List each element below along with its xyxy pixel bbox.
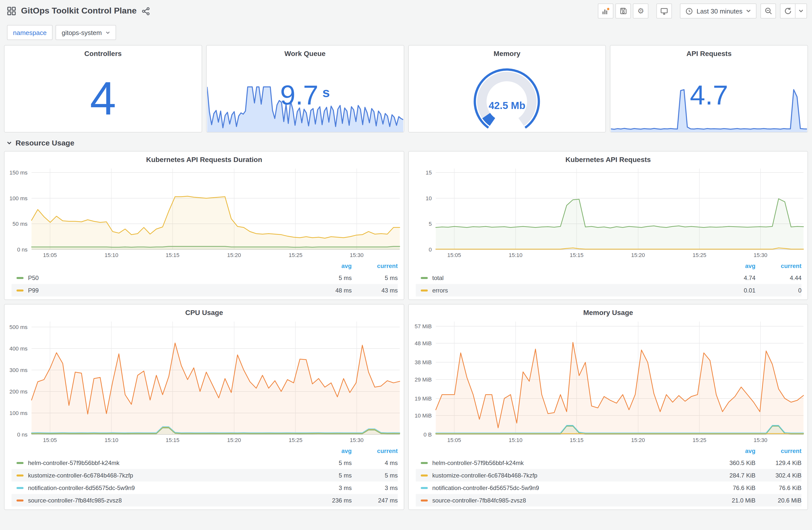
series-label[interactable]: kustomize-controller-6c6784b468-7kzfp	[28, 472, 309, 479]
variables-bar: namespace gitops-system	[0, 22, 812, 45]
series-label[interactable]: kustomize-controller-6c6784b468-7kzfp	[432, 472, 712, 479]
legend-row: source-controller-7fb84fc985-zvsz821.0 M…	[416, 494, 801, 506]
legend-col-avg[interactable]: avg	[712, 263, 755, 269]
refresh-button[interactable]	[780, 3, 796, 18]
panel-title[interactable]: Kubernetes API Requests	[409, 151, 808, 163]
legend-row: P9948 ms43 ms	[12, 284, 398, 296]
row-header-resource-usage[interactable]: Resource Usage	[0, 132, 812, 151]
time-range-picker[interactable]: Last 30 minutes	[680, 3, 756, 18]
panel-title[interactable]: Memory Usage	[409, 305, 808, 316]
zoom-out-button[interactable]	[760, 3, 776, 18]
series-marker	[421, 474, 428, 476]
legend-row: source-controller-7fb84fc985-zvsz8236 ms…	[12, 494, 398, 506]
series-label[interactable]: source-controller-7fb84fc985-zvsz8	[432, 497, 712, 504]
series-label[interactable]: helm-controller-57f9b56bbf-k24mk	[432, 459, 712, 466]
legend-current-value: 247 ms	[352, 497, 398, 504]
dashboard-title[interactable]: GitOps Toolkit Control Plane	[21, 6, 136, 16]
series-label[interactable]: P50	[28, 274, 309, 281]
series-label[interactable]: total	[432, 274, 712, 281]
legend-col-current[interactable]: current	[755, 447, 801, 455]
series-label[interactable]: notification-controller-6d56575dc-5w9n9	[432, 484, 712, 491]
series-label[interactable]: notification-controller-6d56575dc-5w9n9	[28, 484, 309, 491]
legend-avg-value: 5 ms	[309, 459, 352, 466]
refresh-interval-dropdown[interactable]	[796, 3, 807, 18]
panel-title[interactable]: Work Queue	[207, 45, 404, 58]
series-marker	[16, 474, 24, 476]
legend-col-avg[interactable]: avg	[309, 447, 352, 455]
share-icon[interactable]	[142, 7, 150, 15]
panel-title[interactable]: Memory	[408, 45, 606, 58]
memory-gauge	[408, 59, 606, 132]
chart-memory-usage[interactable]: 15:0515:1015:1515:2015:2515:3057 MiB48 M…	[409, 316, 808, 444]
panel-controllers: Controllers 4	[4, 45, 202, 132]
svg-text:15:15: 15:15	[165, 437, 179, 443]
apps-grid-icon[interactable]	[7, 6, 16, 15]
svg-text:19 MiB: 19 MiB	[415, 396, 432, 402]
row-header-title: Resource Usage	[15, 138, 74, 147]
series-label[interactable]: errors	[432, 287, 712, 294]
legend-current-value: 0	[755, 287, 801, 294]
panel-k8s-api-requests: Kubernetes API Requests 15:0515:1015:151…	[408, 151, 808, 300]
legend-col-current[interactable]: current	[352, 263, 398, 269]
legend-col-current[interactable]: current	[352, 447, 398, 455]
clock-icon	[685, 7, 693, 15]
svg-text:10 MiB: 10 MiB	[415, 412, 432, 419]
panel-title[interactable]: Controllers	[4, 45, 202, 58]
legend-row: notification-controller-6d56575dc-5w9n93…	[12, 482, 398, 494]
chart-cpu-usage[interactable]: 15:0515:1015:1515:2015:2515:30500 ms400 …	[4, 316, 404, 444]
add-panel-button[interactable]	[598, 3, 613, 18]
panel-title[interactable]: API Requests	[611, 45, 808, 58]
svg-text:300 ms: 300 ms	[10, 367, 28, 373]
svg-text:15:10: 15:10	[104, 437, 118, 443]
chart-canvas: 15:0515:1015:1515:2015:2515:30150 ms100 …	[4, 163, 404, 260]
legend-col-avg[interactable]: avg	[309, 263, 352, 269]
legend-row: kustomize-controller-6c6784b468-7kzfp5 m…	[12, 469, 398, 482]
svg-text:15:25: 15:25	[693, 252, 706, 258]
series-marker	[421, 487, 428, 489]
svg-text:15:15: 15:15	[570, 437, 583, 443]
svg-text:5: 5	[429, 221, 432, 227]
svg-text:500 ms: 500 ms	[10, 324, 28, 330]
chart-k8s-api-requests[interactable]: 15:0515:1015:1515:2015:2515:30151050	[409, 163, 808, 260]
series-label[interactable]: helm-controller-57f9b56bbf-k24mk	[28, 459, 309, 466]
save-dashboard-button[interactable]	[615, 3, 631, 18]
legend-col-current[interactable]: current	[755, 263, 801, 269]
legend-col-avg[interactable]: avg	[712, 447, 755, 455]
svg-text:15:30: 15:30	[753, 252, 767, 258]
series-marker	[16, 462, 24, 464]
namespace-variable-value: gitops-system	[61, 29, 102, 36]
svg-text:0 ns: 0 ns	[17, 431, 28, 438]
tv-mode-button[interactable]	[656, 3, 672, 18]
stat-value: 4	[4, 64, 202, 132]
svg-text:200 ms: 200 ms	[10, 388, 28, 395]
legend-current-value: 5 ms	[352, 274, 398, 281]
legend-current-value: 5 ms	[352, 472, 398, 479]
svg-text:57 MiB: 57 MiB	[415, 323, 432, 329]
stat-unit: s	[322, 85, 330, 101]
chart-canvas: 15:0515:1015:1515:2015:2515:30500 ms400 …	[4, 316, 404, 444]
chart-canvas: 15:0515:1015:1515:2015:2515:3057 MiB48 M…	[409, 316, 808, 444]
legend-row: P505 ms5 ms	[12, 271, 398, 284]
svg-text:15:30: 15:30	[350, 437, 363, 443]
series-label[interactable]: source-controller-7fb84fc985-zvsz8	[28, 497, 309, 504]
panel-title[interactable]: Kubernetes API Requests Duration	[4, 151, 404, 163]
legend-current-value: 76.6 KiB	[755, 484, 801, 491]
panel-memory-gauge: Memory 42.5 Mb	[408, 45, 606, 132]
legend-current-value: 302.4 KiB	[755, 472, 801, 479]
panel-memory-usage: Memory Usage 15:0515:1015:1515:2015:2515…	[408, 304, 808, 510]
svg-text:48 MiB: 48 MiB	[415, 340, 432, 347]
chart-k8s-api-duration[interactable]: 15:0515:1015:1515:2015:2515:30150 ms100 …	[4, 163, 404, 260]
grafana-dashboard: GitOps Toolkit Control Plane	[0, 0, 812, 530]
panel-title[interactable]: CPU Usage	[4, 305, 404, 316]
stats-row: Controllers 4 Work Queue 9.7s Memory 42.…	[0, 45, 812, 132]
namespace-variable-dropdown[interactable]: gitops-system	[56, 25, 116, 40]
legend-avg-value: 284.7 KiB	[712, 472, 755, 479]
legend-row: notification-controller-6d56575dc-5w9n97…	[416, 482, 801, 494]
stat-value: 4.7	[611, 72, 808, 118]
svg-text:0 ns: 0 ns	[17, 247, 28, 253]
svg-text:400 ms: 400 ms	[10, 345, 28, 352]
series-label[interactable]: P99	[28, 287, 309, 294]
series-marker	[16, 499, 24, 501]
settings-gear-button[interactable]: ⚙	[633, 3, 648, 18]
series-marker	[421, 277, 428, 279]
